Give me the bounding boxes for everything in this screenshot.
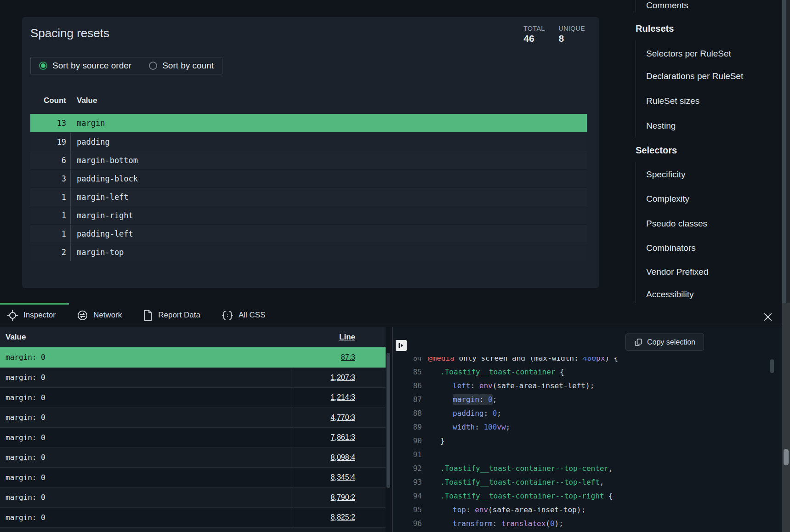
card-table-row[interactable]: 19padding — [30, 132, 587, 151]
row-value: margin-bottom — [70, 151, 587, 169]
declaration-row[interactable]: margin: 08,825:2 — [0, 507, 386, 527]
line-number: 91 — [393, 450, 422, 459]
code-text: margin: 0; — [422, 395, 497, 404]
line-number: 84 — [393, 357, 422, 362]
row-value: margin — [70, 114, 587, 132]
line-link[interactable]: 8,098:4 — [331, 453, 355, 462]
declaration-row[interactable]: margin: 08,098:4 — [0, 447, 386, 468]
copy-selection-button[interactable]: Copy selection — [625, 334, 704, 351]
line-number: 93 — [393, 478, 422, 487]
card-table-row[interactable]: 2margin-top — [30, 243, 587, 261]
tab-inspector[interactable]: Inspector — [7, 310, 56, 321]
row-count: 6 — [30, 156, 66, 165]
line-link[interactable]: 8,345:4 — [331, 473, 355, 481]
card-title: Spacing resets — [30, 26, 109, 40]
card-table-row[interactable]: 6margin-bottom — [30, 151, 587, 169]
code-token: { — [555, 368, 564, 376]
page-scrollbar-thumb[interactable] — [782, 0, 786, 303]
card-table-row[interactable]: 3padding-block — [30, 169, 587, 187]
code-token: env — [475, 505, 488, 514]
code-token: left — [453, 381, 471, 390]
declaration-row-partial — [0, 527, 386, 532]
browser-scrollbar-thumb[interactable] — [784, 449, 789, 465]
row-value: padding-block — [70, 170, 587, 187]
sidebar-item-comments[interactable]: Comments — [646, 0, 688, 11]
code-token: 0 — [550, 519, 555, 528]
tab-report-data[interactable]: Report Data — [143, 310, 200, 321]
code-line: 85.Toastify__toast-container { — [393, 365, 770, 379]
sidebar-item-declarations-per-ruleset[interactable]: Declarations per RuleSet — [646, 71, 743, 81]
code-text: .Toastify__toast-container--top-right { — [422, 492, 613, 500]
declaration-value: margin: 0 — [0, 393, 294, 402]
card-table-row[interactable]: 13margin — [30, 114, 587, 132]
line-cell: 87:3 — [294, 347, 386, 368]
list-scrollbar-thumb[interactable] — [386, 353, 390, 488]
tab-network[interactable]: Network — [77, 310, 122, 321]
radio-unselected-icon[interactable] — [149, 62, 157, 70]
sidebar-item-selectors-per-ruleset[interactable]: Selectors per RuleSet — [646, 49, 731, 59]
sort-by-count-label: Sort by count — [162, 61, 214, 71]
line-link[interactable]: 87:3 — [341, 353, 355, 362]
browser-scrollbar-track[interactable] — [782, 303, 790, 532]
close-panel-button[interactable] — [763, 312, 773, 322]
declaration-value: margin: 0 — [0, 353, 294, 362]
sidebar-item-ruleset-sizes[interactable]: RuleSet sizes — [646, 96, 699, 106]
declaration-value: margin: 0 — [0, 513, 294, 522]
code-line: 94.Toastify__toast-container--top-right … — [393, 489, 770, 503]
line-link[interactable]: 7,861:3 — [331, 433, 355, 441]
code-scrollbar-thumb[interactable] — [770, 359, 774, 373]
declaration-row[interactable]: margin: 08,790:2 — [0, 487, 386, 508]
declaration-row[interactable]: margin: 07,861:3 — [0, 427, 386, 447]
sidebar-item-specificity[interactable]: Specificity — [646, 170, 686, 180]
card-table-row[interactable]: 1padding-left — [30, 224, 587, 243]
sort-by-count-radio[interactable]: Sort by count — [149, 61, 214, 71]
sidebar-item-nesting[interactable]: Nesting — [646, 121, 676, 131]
sidebar-item-complexity[interactable]: Complexity — [646, 194, 689, 204]
column-line-sort[interactable]: Line — [294, 333, 386, 342]
code-line: 89width: 100vw; — [393, 420, 770, 434]
code-line: 90} — [393, 434, 770, 447]
code-token: : — [466, 505, 475, 514]
line-link[interactable]: 4,770:3 — [331, 413, 355, 422]
code-token: ; — [590, 381, 595, 390]
line-link[interactable]: 8,825:2 — [331, 513, 355, 521]
declaration-row[interactable]: margin: 08,345:4 — [0, 467, 386, 487]
declaration-row[interactable]: margin: 01,207:3 — [0, 368, 386, 388]
browser-scrollbar-track-top[interactable] — [786, 0, 790, 303]
card-table-row[interactable]: 1margin-right — [30, 206, 587, 224]
row-count: 1 — [30, 211, 66, 220]
code-text: top: env(safe-area-inset-top); — [422, 505, 585, 514]
line-number: 87 — [393, 395, 422, 404]
code-token: transform — [453, 519, 493, 528]
declaration-list-header: Value Line — [0, 327, 386, 347]
document-icon — [143, 310, 153, 321]
stat-total: TOTAL 46 — [523, 25, 545, 44]
expand-panel-button[interactable] — [396, 340, 407, 351]
sidebar-item-combinators[interactable]: Combinators — [646, 243, 696, 253]
sidebar-item-accessibility[interactable]: Accessibility — [646, 289, 693, 300]
declaration-row[interactable]: margin: 087:3 — [0, 347, 386, 368]
line-cell: 4,770:3 — [294, 408, 386, 428]
declaration-row[interactable]: margin: 01,214:3 — [0, 387, 386, 407]
code-text: transform: translatex(0); — [422, 519, 563, 528]
code-token: ; — [493, 395, 497, 404]
copy-icon — [634, 338, 642, 346]
stat-unique: UNIQUE 8 — [559, 25, 585, 44]
radio-selected-icon[interactable] — [39, 62, 47, 70]
column-value: Value — [77, 96, 97, 105]
row-count: 19 — [30, 137, 66, 147]
code-token: ; — [497, 409, 501, 418]
sort-by-source-order-radio[interactable]: Sort by source order — [39, 61, 131, 71]
card-table-row[interactable]: 1margin-left — [30, 187, 587, 206]
line-link[interactable]: 1,207:3 — [331, 374, 355, 382]
sidebar-item-pseudo-classes[interactable]: Pseudo classes — [646, 219, 707, 229]
code-line: 95top: env(safe-area-inset-top); — [393, 503, 770, 516]
code-line: 96transform: translatex(0); — [393, 516, 770, 530]
sidebar-item-vendor-prefixed[interactable]: Vendor Prefixed — [646, 267, 708, 277]
line-link[interactable]: 1,214:3 — [331, 393, 355, 402]
tab-all-css[interactable]: All CSS — [222, 310, 266, 321]
declaration-row[interactable]: margin: 04,770:3 — [0, 407, 386, 428]
network-icon — [77, 310, 88, 321]
line-link[interactable]: 8,790:2 — [331, 493, 355, 502]
code-pane: Copy selection 84@media only screen and … — [393, 327, 782, 532]
